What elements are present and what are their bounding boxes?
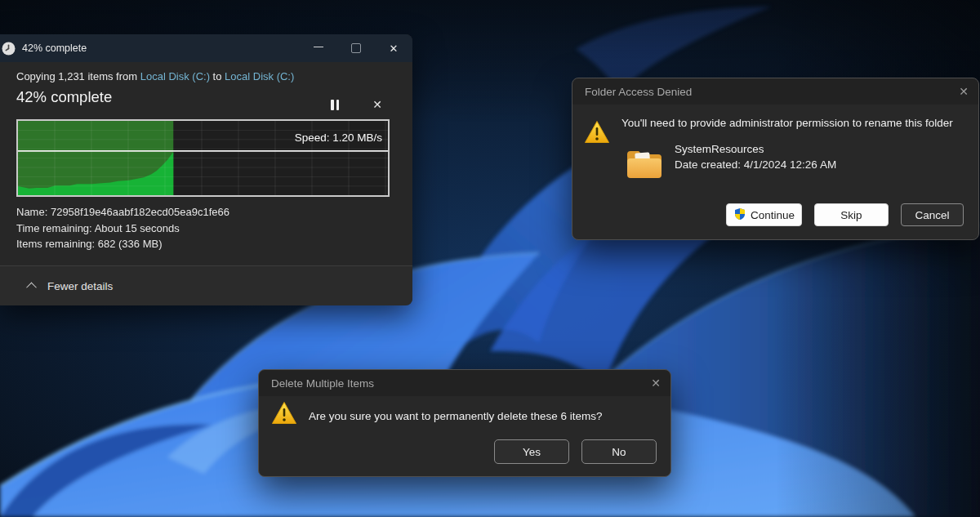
window-title: 42% complete	[22, 42, 87, 54]
fewer-details-toggle[interactable]: Fewer details	[0, 265, 412, 305]
source-disk-label: Local Disk (C:)	[140, 70, 210, 82]
detail-name: Name: 72958f19e46aabf182ecd05ea9c1fe66	[16, 204, 229, 221]
detail-items-remaining: Items remaining: 682 (336 MB)	[16, 236, 229, 252]
dialog-title: Delete Multiple Items	[271, 377, 374, 390]
chevron-up-icon	[26, 282, 37, 292]
delete-confirm-message: Are you sure you want to permanently del…	[309, 410, 602, 422]
minimize-icon: —	[314, 41, 323, 52]
delete-dialog-titlebar: Delete Multiple Items ✕	[259, 370, 670, 396]
close-icon: ✕	[390, 42, 399, 55]
skip-button[interactable]: Skip	[814, 203, 889, 226]
close-icon: ✕	[959, 85, 969, 98]
pause-icon	[331, 100, 334, 110]
yes-button[interactable]: Yes	[494, 439, 569, 464]
dialog-title: Folder Access Denied	[585, 86, 692, 98]
folder-date-created: Date created: 4/1/2024 12:26 AM	[675, 158, 836, 171]
close-button[interactable]: ✕	[375, 34, 412, 62]
fewer-details-label: Fewer details	[47, 280, 113, 292]
warning-icon	[583, 119, 611, 145]
permission-message: You'll need to provide administrator per…	[621, 117, 953, 129]
progress-percent-heading: 42% complete	[16, 88, 112, 106]
maximize-icon	[351, 43, 361, 53]
detail-time-remaining: Time remaining: About 15 seconds	[16, 221, 229, 237]
warning-icon	[270, 399, 298, 426]
minimize-button[interactable]: —	[300, 34, 337, 62]
close-button[interactable]: ✕	[947, 85, 969, 98]
desktop: 42% complete — ✕ Copying 1,231 items fro…	[0, 0, 980, 517]
continue-button[interactable]: Continue	[726, 203, 802, 226]
copy-speed-chart: Speed: 1.20 MB/s	[16, 119, 390, 197]
folder-name: SystemResources	[675, 143, 764, 155]
uac-shield-icon	[733, 207, 746, 223]
destination-disk-label: Local Disk (C:)	[225, 70, 294, 82]
cancel-operation-button[interactable]: ✕	[364, 93, 390, 116]
speed-label: Speed: 1.20 MB/s	[295, 131, 382, 144]
folder-dialog-titlebar: Folder Access Denied ✕	[572, 78, 978, 105]
maximize-button[interactable]	[337, 34, 375, 62]
no-button[interactable]: No	[581, 439, 657, 464]
close-icon: ✕	[651, 377, 661, 390]
copy-window-titlebar: 42% complete — ✕	[0, 34, 412, 62]
cancel-icon: ✕	[372, 98, 382, 111]
copy-details: Name: 72958f19e46aabf182ecd05ea9c1fe66 T…	[16, 204, 229, 252]
close-button[interactable]: ✕	[639, 377, 661, 390]
delete-multiple-items-dialog: Delete Multiple Items ✕ Are you sure you…	[258, 369, 671, 477]
file-operation-clock-icon	[2, 42, 16, 56]
copy-summary-line: Copying 1,231 items from Local Disk (C:)…	[16, 70, 294, 82]
pause-button[interactable]	[322, 93, 348, 116]
folder-access-denied-dialog: Folder Access Denied ✕ You'll need to pr…	[572, 78, 979, 240]
copy-progress-window: 42% complete — ✕ Copying 1,231 items fro…	[0, 34, 412, 305]
folder-icon	[625, 145, 664, 184]
cancel-button[interactable]: Cancel	[901, 203, 964, 226]
